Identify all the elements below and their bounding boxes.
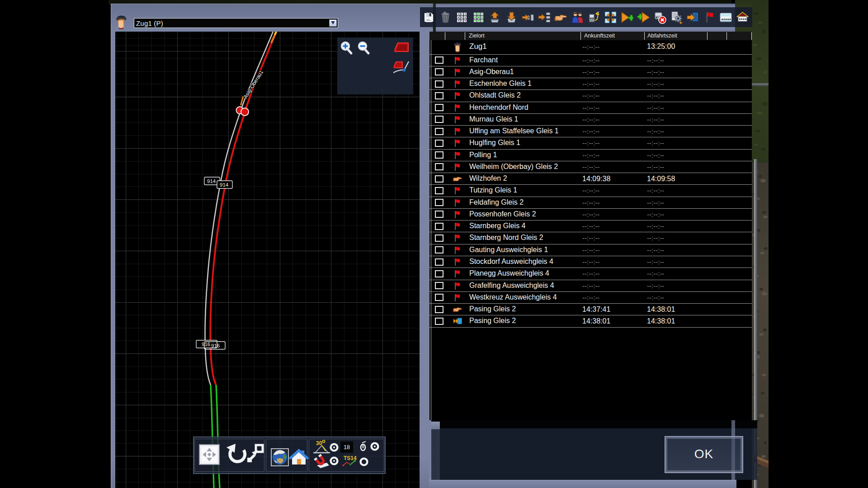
timetable-rows: Farchant --:--:-- --:--:-- Asig-Oberau1 … [429,54,752,327]
row-checkbox[interactable] [435,282,443,289]
row-checkbox[interactable] [435,175,443,183]
timetable-row[interactable]: Farchant --:--:-- --:--:-- [429,54,752,66]
column-header-zielort[interactable]: Zielort [469,33,485,39]
world-icon[interactable] [271,449,288,466]
ok-button[interactable]: OK [665,436,743,473]
timetable-row[interactable]: Pasing Gleis 2 14:38:01 14:38:01 [429,315,752,327]
undo-icon[interactable] [226,444,245,462]
train-row[interactable]: Zug1 --:--:-- 13:25:00 [429,40,752,54]
row-checkbox[interactable] [435,116,443,123]
row-checkbox[interactable] [435,151,443,159]
magnet-snap-icon[interactable] [314,454,329,468]
timetable-row[interactable]: Westkreuz Ausweichgleis 4 --:--:-- --:--… [429,291,752,303]
jump-icon[interactable] [247,445,263,462]
row-checkbox[interactable] [435,258,443,266]
zoom-out-icon[interactable] [359,42,368,53]
header-divider [465,32,465,40]
timetable-row[interactable]: Ohlstadt Gleis 2 --:--:-- --:--:-- [429,89,752,101]
refuel-button[interactable] [587,11,600,24]
passengers-button[interactable] [571,11,584,24]
row-checkbox[interactable] [435,128,443,135]
center-view-button[interactable] [604,11,617,24]
row-checkbox[interactable] [435,235,443,242]
row-checkbox[interactable] [435,68,443,75]
timetable-row[interactable]: Henchendorf Nord --:--:-- --:--:-- [429,102,752,113]
service-settings-button[interactable] [670,11,683,24]
row-checkbox[interactable] [435,80,443,88]
platform-button[interactable] [719,11,732,24]
timetable-row[interactable]: Stockdorf Ausweichgleis 4 --:--:-- --:--… [429,256,752,267]
dropdown-arrow-button[interactable] [329,19,337,27]
row-checkbox[interactable] [435,163,443,170]
timetable-row[interactable]: Planegg Ausweichgleis 4 --:--:-- --:--:-… [429,267,752,279]
radio-ts14[interactable] [361,459,368,465]
grid-size-field[interactable]: 18 [340,441,353,453]
save-button[interactable] [422,11,435,24]
timetable-row[interactable]: Polling 1 --:--:-- --:--:-- [429,149,752,161]
row-checkbox[interactable] [435,104,443,111]
row-checkbox[interactable] [435,318,443,325]
row-checkbox[interactable] [435,92,443,99]
timetable-row[interactable]: Starnberg Nord Gleis 2 --:--:-- --:--:-- [429,232,752,244]
row-checkbox[interactable] [435,223,443,230]
map-navigation-toolbar: 30 18 [193,436,386,474]
shed-button[interactable] [736,11,749,24]
timetable-row[interactable]: Wilzhofen 2 14:09:38 14:09:58 [429,173,752,184]
row-checkbox[interactable] [435,306,443,313]
final-destination-icon [453,317,462,325]
home-icon[interactable] [288,449,309,465]
pan-icon[interactable] [199,445,219,465]
route-line-white[interactable] [205,32,273,385]
row-checkbox[interactable] [435,294,443,301]
timetable-row[interactable]: Starnberg Gleis 4 --:--:-- --:--:-- [429,220,752,232]
train-selector-dropdown[interactable]: Zug1 (P) [134,18,338,28]
add-forward-button[interactable] [620,11,633,24]
ts14-gradient-icon[interactable]: TS14 [342,455,357,466]
timetable-row[interactable]: Tutzing Gleis 1 --:--:-- --:--:-- [429,184,752,196]
scrollbar-thumb[interactable] [431,422,440,429]
timetable-row[interactable]: Murnau Gleis 1 --:--:-- --:--:-- [429,113,752,125]
row-checkbox[interactable] [435,270,443,277]
timetable-row[interactable]: Uffing am Staffelsee Gleis 1 --:--:-- --… [429,125,752,137]
timetable-row[interactable]: Feldafing Gleis 2 --:--:-- --:--:-- [429,197,752,208]
timetable-row[interactable]: Asig-Oberau1 --:--:-- --:--:-- [429,66,752,78]
row-checkbox[interactable] [435,199,443,206]
remove-train-button[interactable] [653,11,666,24]
row-checkbox[interactable] [435,187,443,194]
region-edit-icon[interactable] [393,61,409,73]
gradient-indicator-icon[interactable]: 30 [313,440,330,453]
timetable-row[interactable]: Huglfing Gleis 1 --:--:-- --:--:-- [429,137,752,149]
row-checkbox[interactable] [435,56,443,64]
select-button[interactable] [554,11,567,24]
timetable-row[interactable]: Possenhofen Gleis 2 --:--:-- --:--:-- [429,208,752,220]
column-header-abfahrtszeit[interactable]: Abfahrtszeit [647,33,677,39]
row-checkbox[interactable] [435,211,443,218]
row-checkbox[interactable] [435,140,443,147]
portal-button[interactable] [686,11,699,24]
move-next-button[interactable] [521,11,534,24]
timetable-row[interactable]: Weilheim (Oberbay) Gleis 2 --:--:-- --:-… [429,161,752,173]
raise-button[interactable] [488,11,501,24]
timetable-row[interactable]: Eschenlohe Gleis 1 --:--:-- --:--:-- [429,78,752,89]
route-line-red[interactable] [210,32,276,385]
flag-button[interactable] [703,11,716,24]
region-icon[interactable] [395,43,408,52]
lower-button[interactable] [505,11,518,24]
scrollbar-track[interactable] [431,422,440,480]
add-backward-button[interactable] [637,11,650,24]
zoom-in-icon[interactable] [341,42,351,53]
delete-button[interactable] [439,11,452,24]
row-stop-icon [453,56,462,65]
timetable-row[interactable]: Pasing Gleis 2 14:37:41 14:38:01 [429,303,752,315]
grid-button[interactable] [455,11,468,24]
row-checkbox[interactable] [435,246,443,253]
grid-green-button[interactable] [472,11,485,24]
flag-icon [453,68,462,76]
pointer-snap-icon[interactable] [361,441,366,450]
waypoint-marker[interactable] [241,108,249,116]
signal-label-914b[interactable]: 914 [217,181,232,188]
insert-list-button[interactable] [538,11,551,24]
timetable-row[interactable]: Grafelfing Ausweichgleis 4 --:--:-- --:-… [429,280,752,291]
timetable-row[interactable]: Gauting Ausweichgleis 1 --:--:-- --:--:-… [429,244,752,256]
column-header-ankunftszeit[interactable]: Ankunftszeit [584,33,615,39]
